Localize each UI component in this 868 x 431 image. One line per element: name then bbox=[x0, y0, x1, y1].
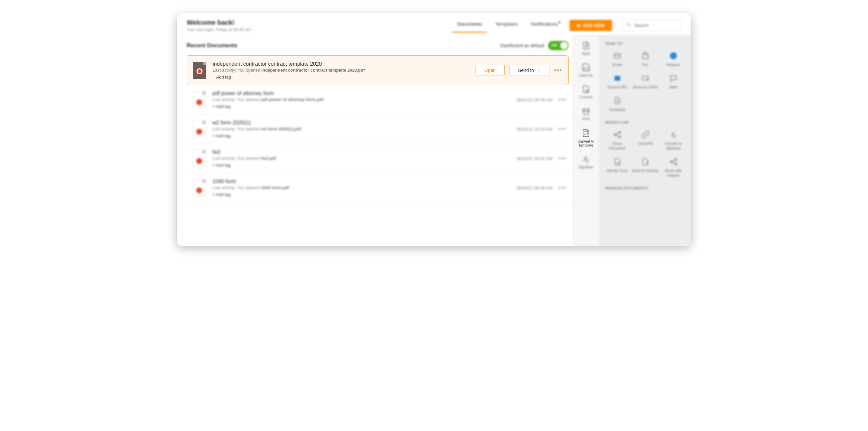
rail-convert[interactable]: Convert bbox=[573, 82, 599, 104]
sell-icon bbox=[612, 157, 623, 167]
document-title: w2 form 2020(1) bbox=[212, 120, 510, 126]
svg-point-11 bbox=[670, 53, 677, 59]
support-icon bbox=[668, 157, 679, 167]
panel-transfer-signnow[interactable]: Transfer to SignNow bbox=[659, 128, 687, 153]
review-icon bbox=[640, 157, 651, 167]
document-title: 1040 form bbox=[212, 178, 510, 184]
panel-review[interactable]: Send for Review bbox=[631, 155, 659, 180]
panel-grid-workflow: Share Document LinkToFill Transfer to Si… bbox=[602, 128, 689, 184]
panel-sell[interactable]: Sell My Form bbox=[603, 155, 631, 180]
add-tag-button[interactable]: Add tag bbox=[212, 133, 510, 138]
svg-line-1 bbox=[629, 25, 631, 27]
panel-usps[interactable]: Send via USPS bbox=[631, 71, 659, 92]
open-button[interactable]: Open bbox=[475, 65, 504, 76]
fax-icon bbox=[640, 51, 651, 61]
link-icon bbox=[640, 130, 651, 140]
plus-circle-icon: ⊕ bbox=[577, 23, 581, 28]
email-icon bbox=[612, 51, 623, 61]
panel-notarize[interactable]: Notarize bbox=[659, 49, 687, 69]
rail-open[interactable]: Open bbox=[573, 38, 599, 60]
document-card-selected[interactable]: independent contractor contract template… bbox=[187, 55, 568, 85]
toggle-label: Dashboard as default bbox=[500, 43, 544, 48]
rail-save-as[interactable]: Save As bbox=[573, 60, 599, 82]
panel-fax[interactable]: Fax bbox=[631, 49, 659, 69]
document-thumbnail bbox=[193, 150, 206, 167]
more-menu-button[interactable]: ••• bbox=[558, 96, 566, 103]
document-activity: Last activity: You opened fw2.pdf bbox=[212, 156, 510, 161]
svg-rect-8 bbox=[614, 54, 620, 58]
download-icon bbox=[612, 96, 623, 106]
add-new-button[interactable]: ⊕ ADD NEW bbox=[569, 20, 612, 31]
document-actions: Open Send to ••• bbox=[475, 65, 562, 76]
document-info: independent contractor contract template… bbox=[213, 61, 469, 80]
section-title: Recent Documents bbox=[187, 42, 238, 49]
last-login: Your last login: Today at 05:46 am bbox=[187, 27, 251, 32]
document-thumbnail bbox=[193, 120, 206, 138]
rail-convert-label: Convert bbox=[574, 95, 598, 99]
panel-section-sendto: SEND TO bbox=[602, 39, 689, 49]
document-actions: 08/30/21 08:06 AM ••• bbox=[517, 184, 566, 192]
dashboard-default-toggle[interactable]: ON bbox=[548, 41, 568, 50]
document-card[interactable]: 1040 form Last activity: You opened 1040… bbox=[187, 173, 572, 203]
rail-print[interactable]: Print bbox=[573, 104, 599, 125]
svg-line-25 bbox=[672, 160, 675, 162]
panel-share[interactable]: Share Document bbox=[603, 128, 631, 153]
document-thumbnail bbox=[193, 91, 206, 108]
document-card[interactable]: fw2 Last activity: You opened fw2.pdf Ad… bbox=[187, 144, 572, 173]
rail-signnow[interactable]: SignNow bbox=[573, 152, 599, 174]
svg-point-0 bbox=[627, 23, 630, 25]
add-tag-button[interactable]: Add tag bbox=[212, 163, 510, 168]
action-panel: SEND TO Email Fax Notarize Send to IRS bbox=[599, 35, 691, 246]
document-title: pdf power of attorney form bbox=[212, 90, 510, 96]
document-info: fw2 Last activity: You opened fw2.pdf Ad… bbox=[212, 149, 510, 168]
more-menu-button[interactable]: ••• bbox=[554, 67, 562, 74]
save-icon bbox=[581, 63, 591, 72]
file-arrow-icon bbox=[581, 41, 591, 50]
add-tag-button[interactable]: Add tag bbox=[212, 104, 510, 109]
panel-linktofill[interactable]: LinkToFill bbox=[631, 128, 659, 153]
svg-rect-9 bbox=[643, 54, 648, 59]
welcome-block: Welcome back! Your last login: Today at … bbox=[187, 19, 251, 32]
panel-grid-sendto: Email Fax Notarize Send to IRS Send via … bbox=[602, 49, 689, 118]
document-actions: 08/31/21 05:46 AM ••• bbox=[517, 96, 566, 103]
document-thumbnail bbox=[193, 179, 206, 196]
panel-section-workflow: WORKFLOW bbox=[602, 118, 689, 128]
panel-sms[interactable]: SMS bbox=[659, 71, 687, 92]
svg-rect-12 bbox=[614, 76, 620, 81]
tab-templates[interactable]: Templates bbox=[495, 18, 518, 33]
document-activity: Last activity: You opened pdf power of a… bbox=[212, 97, 510, 102]
document-activity: Last activity: You opened w2 form 2020(1… bbox=[212, 126, 510, 131]
panel-email[interactable]: Email bbox=[603, 49, 631, 69]
add-tag-button[interactable]: Add tag bbox=[212, 192, 510, 197]
add-tag-button[interactable]: Add tag bbox=[213, 75, 469, 80]
more-menu-button[interactable]: ••• bbox=[558, 126, 566, 133]
tab-notifications[interactable]: Notifications bbox=[531, 18, 560, 33]
convert-icon bbox=[581, 85, 591, 94]
sms-icon bbox=[668, 73, 679, 83]
svg-line-20 bbox=[616, 135, 619, 137]
document-card[interactable]: pdf power of attorney form Last activity… bbox=[187, 85, 572, 115]
panel-irs[interactable]: Send to IRS bbox=[603, 71, 631, 92]
transfer-icon bbox=[668, 130, 679, 140]
svg-line-19 bbox=[616, 133, 619, 134]
svg-rect-10 bbox=[644, 53, 647, 54]
tab-strip: Documents Templates Notifications bbox=[457, 18, 560, 33]
panel-download[interactable]: Download bbox=[603, 94, 631, 114]
document-card[interactable]: w2 form 2020(1) Last activity: You opene… bbox=[187, 115, 572, 144]
irs-icon bbox=[612, 73, 623, 83]
tab-documents[interactable]: Documents bbox=[457, 18, 482, 33]
usps-icon bbox=[640, 73, 651, 83]
more-menu-button[interactable]: ••• bbox=[558, 184, 566, 192]
send-to-label: Send to bbox=[518, 68, 534, 73]
add-new-label: ADD NEW bbox=[583, 23, 605, 28]
svg-point-3 bbox=[585, 90, 588, 92]
mini-rail: Open Save As Convert Print Convert to Te… bbox=[572, 35, 599, 246]
welcome-title: Welcome back! bbox=[187, 19, 251, 26]
search-box[interactable] bbox=[622, 20, 681, 31]
panel-support[interactable]: Share with Support bbox=[659, 155, 687, 180]
send-to-button[interactable]: Send to bbox=[509, 65, 550, 76]
document-activity: Last activity: You opened 1040 form.pdf bbox=[212, 185, 510, 190]
more-menu-button[interactable]: ••• bbox=[558, 155, 566, 162]
search-input[interactable] bbox=[634, 23, 677, 28]
rail-convert-template[interactable]: Convert to Template bbox=[573, 125, 599, 152]
